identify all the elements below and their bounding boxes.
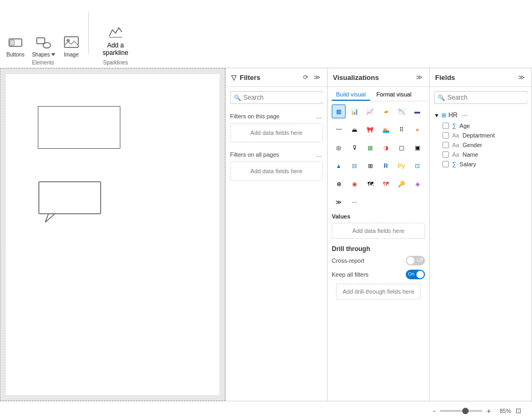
chevron-down-icon: ▼ [434, 112, 439, 118]
viz-icon-scatter[interactable]: ⠿ [395, 123, 408, 136]
sparkline-tool[interactable]: Add a sparkline [95, 21, 136, 59]
viz-icon-python[interactable]: Py [395, 159, 408, 173]
viz-icon-line[interactable]: 📉 [395, 104, 408, 118]
viz-icon-mountain[interactable]: ⛰ [348, 123, 362, 136]
cross-report-toggle[interactable]: Off [406, 256, 425, 265]
filters-title: ▽ Filters [231, 74, 260, 82]
fit-page-btn[interactable]: ⊡ [513, 406, 523, 416]
canvas-area[interactable] [0, 68, 225, 401]
add-drill-label: Add drill-through fields here [342, 288, 414, 295]
viz-icon-card[interactable]: ▢ [395, 141, 408, 155]
viz-icon-bubble[interactable]: ◉ [348, 177, 362, 191]
drill-drop-zone[interactable]: Add drill-through fields here [336, 284, 421, 300]
zoom-minus-btn[interactable]: - [431, 406, 438, 416]
filters-expand-icon[interactable]: ≫ [313, 72, 322, 82]
zoom-slider-thumb [462, 408, 469, 414]
zoom-plus-btn[interactable]: + [485, 406, 493, 416]
viz-icons-row6: ≫ ··· [328, 193, 429, 211]
filters-all-pages-section: Filters on all pages ... Add data fields… [226, 147, 327, 185]
field-checkbox-salary[interactable] [443, 161, 449, 167]
filters-header-icons: ⟳ ≫ [302, 72, 322, 82]
svg-rect-4 [64, 37, 78, 47]
filters-this-page-more[interactable]: ... [315, 111, 323, 121]
viz-icon-100bar[interactable]: ▰ [379, 104, 393, 118]
viz-icon-custom[interactable]: ◈ [411, 177, 424, 191]
toolbar: Buttons Shapes [0, 0, 532, 68]
viz-icon-stacked-bar[interactable]: 📈 [363, 104, 377, 118]
field-group-more[interactable]: ··· [462, 111, 467, 119]
viz-icon-pie[interactable]: ● [411, 123, 424, 136]
buttons-tool[interactable]: Buttons [4, 33, 27, 59]
viz-icon-slicer[interactable]: ⊟ [348, 159, 362, 173]
viz-icon-kpi[interactable]: ▲ [332, 159, 346, 173]
filters-all-pages-drop-zone[interactable]: Add data fields here [230, 161, 323, 181]
field-checkbox-gender[interactable] [443, 142, 449, 148]
viz-icon-filled-map[interactable]: 🗺 [379, 177, 393, 191]
viz-icon-table[interactable]: ▦ [332, 104, 346, 118]
field-item-department[interactable]: Aa Deptartment [434, 131, 527, 140]
tab-format-visual[interactable]: Format visual [372, 89, 416, 101]
viz-icon-decomp[interactable]: ⊕ [332, 177, 346, 191]
viz-icon-area[interactable]: ▬ [411, 104, 424, 118]
filters-refresh-icon[interactable]: ⟳ [302, 72, 309, 82]
drill-section: Drill through Cross-report Off Keep all … [328, 241, 429, 304]
cross-report-label: Cross-report [332, 257, 364, 264]
field-item-gender[interactable]: Aa Gender [434, 140, 527, 150]
buttons-icon [7, 34, 24, 51]
viz-panel-title: Visualizations [333, 74, 379, 82]
filters-search-box[interactable]: 🔍 [230, 91, 323, 104]
viz-icon-matrix[interactable]: ⊞ [363, 159, 377, 173]
toggle-on-label: On [408, 271, 414, 277]
viz-icon-line2[interactable]: 〰 [332, 123, 346, 136]
viz-icon-ribbon[interactable]: 🎀 [363, 123, 377, 136]
viz-icon-bar[interactable]: 📊 [348, 104, 362, 118]
field-name-gender: Gender [462, 142, 482, 148]
zoom-slider[interactable] [440, 410, 482, 412]
field-group-name: HR [448, 111, 457, 119]
canvas-callout-shape[interactable] [38, 181, 102, 218]
field-group-header[interactable]: ▼ ⊞ HR ··· [434, 109, 527, 121]
viz-icon-multirow[interactable]: ▣ [411, 141, 424, 155]
viz-icons-row5: ⊕ ◉ 🗺 🗺 🔑 ◈ [328, 175, 429, 193]
drill-cross-report-row: Cross-report Off [332, 254, 425, 268]
filters-all-pages-header: Filters on all pages ... [230, 150, 323, 159]
field-item-age[interactable]: ∑ Age [434, 121, 527, 131]
viz-icon-ellipsis[interactable]: ··· [348, 195, 362, 209]
shapes-icon [35, 34, 52, 51]
field-item-name[interactable]: Aa Name [434, 150, 527, 159]
viz-expand-icon[interactable]: ≫ [415, 72, 424, 82]
sigma-icon-age: ∑ [452, 123, 456, 129]
viz-icon-more[interactable]: ≫ [332, 195, 346, 209]
keep-filters-toggle[interactable]: On [406, 270, 425, 279]
field-checkbox-name[interactable] [443, 151, 449, 158]
field-checkbox-dept[interactable] [443, 132, 449, 139]
field-item-salary[interactable]: ∑ Salary [434, 159, 527, 169]
filters-search-input[interactable] [243, 94, 323, 101]
viz-icon-donut[interactable]: ◎ [332, 141, 346, 155]
viz-icon-funnel[interactable]: ⊽ [348, 141, 362, 155]
viz-icons-row3: ◎ ⊽ ▦ ◑ ▢ ▣ [328, 139, 429, 157]
fields-expand-icon[interactable]: ≫ [517, 72, 526, 82]
image-tool[interactable]: Image [61, 33, 82, 59]
tab-build-visual[interactable]: Build visual [332, 89, 370, 101]
shapes-tool[interactable]: Shapes [30, 33, 58, 59]
filters-this-page-drop-zone[interactable]: Add data fields here [230, 123, 323, 142]
search-icon: 🔍 [234, 94, 241, 101]
field-checkbox-age[interactable] [443, 123, 449, 129]
viz-icon-key-inf[interactable]: 🔑 [395, 177, 408, 191]
canvas-rect-shape[interactable] [38, 106, 120, 149]
filters-all-pages-more[interactable]: ... [315, 150, 323, 159]
viz-icon-treemap[interactable]: ▦ [363, 141, 377, 155]
toolbar-sep-1 [88, 12, 89, 54]
viz-icon-shape[interactable]: 🗺 [363, 177, 377, 191]
viz-icon-gauge[interactable]: ◑ [379, 141, 393, 155]
fields-search-input[interactable] [447, 94, 527, 101]
buttons-label: Buttons [6, 52, 24, 58]
viz-icon-waterfall[interactable]: 🏊 [379, 123, 393, 136]
fields-search-box[interactable]: 🔍 [434, 91, 527, 104]
viz-tabs: Build visual Format visual [328, 87, 429, 101]
viz-icon-r[interactable]: R [379, 159, 393, 173]
svg-rect-7 [39, 182, 101, 214]
viz-icon-azure[interactable]: ⊡ [411, 159, 424, 173]
viz-values-drop-zone[interactable]: Add data fields here [332, 223, 425, 239]
